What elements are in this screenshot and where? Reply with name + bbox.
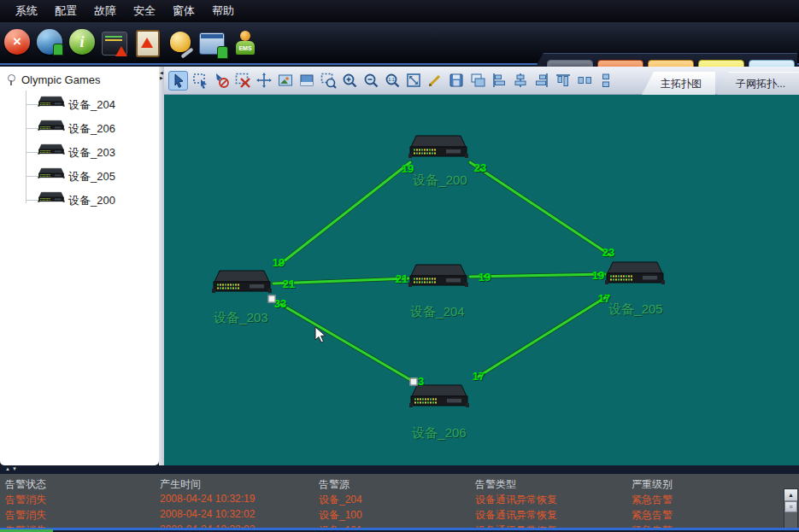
align-center-icon[interactable] [510,71,530,91]
splitter-collapse-icon[interactable]: ▲▼ [5,466,19,471]
sidebar-item-设备_205[interactable]: 设备_205 [0,166,159,186]
ems-label: EMS [236,41,255,55]
device-tree-panel: Olympic Games 设备_204 设备_206 设备_203 设备_20… [0,67,159,465]
background-image-icon[interactable] [275,71,295,91]
alarm-cell-status: 告警消失 [5,508,46,523]
port-label: 21 [283,278,295,290]
info-icon[interactable]: i [69,29,97,56]
person-overlay-icon [53,44,63,56]
horizontal-splitter[interactable]: ▲▼ [0,465,799,474]
fit-view-icon[interactable] [403,71,423,91]
topology-device-设备_205[interactable] [604,260,666,286]
menu-item-4[interactable]: 窗体 [164,1,203,21]
distribute-vertical-icon[interactable] [596,71,615,91]
alarm-board-icon[interactable] [134,29,162,56]
port-label: 19 [402,162,414,175]
draw-link-icon[interactable] [425,71,444,91]
tree-root-label: Olympic Games [21,73,100,86]
ems-user-icon[interactable]: EMS [232,29,259,56]
device-tree-label: 设备_205 [68,169,115,184]
align-right-icon[interactable] [532,71,551,91]
zoom-actual-icon[interactable]: 1:1 [382,71,402,91]
topology-device-设备_200[interactable] [408,134,469,160]
sidebar-item-设备_204[interactable]: 设备_204 [0,94,159,114]
tree-root[interactable]: Olympic Games [7,73,100,86]
svg-text:1:1: 1:1 [388,77,395,82]
delete-selection-icon[interactable] [232,71,252,91]
alarm-column-header[interactable]: 告警源 [319,477,350,492]
menu-item-5[interactable]: 帮助 [203,1,243,21]
menu-item-2[interactable]: 故障 [85,1,125,21]
window-bottom-border [0,528,799,530]
cascade-windows-icon[interactable] [467,71,487,91]
move-node-icon[interactable] [254,71,273,91]
device-label: 设备_206 [412,425,466,441]
window-manager-icon[interactable] [199,29,226,56]
alarm-cell-time: 2008-04-24 10:32:19 [160,493,255,505]
topology-device-设备_206[interactable] [408,383,470,409]
tree-connector [26,200,38,201]
menu-item-0[interactable]: 系统 [7,1,46,21]
tab-subnet-topology[interactable]: 子网拓扑... [717,72,799,95]
port-label: 19 [592,269,604,282]
alarm-cell-source: 设备_100 [319,508,362,523]
device-tree-label: 设备_200 [68,193,115,208]
device-tree-label: 设备_203 [68,145,115,161]
scroll-up-icon[interactable]: ▲ [784,489,797,501]
device-label: 设备_203 [214,310,267,326]
link-selection-handle[interactable] [268,295,276,303]
sidebar-item-设备_200[interactable]: 设备_200 [0,190,159,210]
alarm-table: 告警状态产生时间告警源告警类型严重级别 告警消失2008-04-24 10:32… [0,474,799,528]
topology-canvas[interactable]: 设备_200 设备_203 设备_204 设备_205 设备_206191923… [164,95,799,465]
tree-connector [26,176,38,177]
cancel-select-icon[interactable] [211,71,231,91]
device-tree-label: 设备_204 [68,97,115,113]
alarm-column-header[interactable]: 告警类型 [475,477,516,492]
device-label: 设备_205 [608,301,662,318]
alarm-bell-icon[interactable] [167,29,194,56]
alarm-column-header[interactable]: 产生时间 [160,477,201,492]
menu-bar: 系统配置故障安全窗体帮助 [0,0,799,22]
device-icon [38,143,65,159]
topology-toolbar: 1:1 主拓扑图 子网拓扑... [164,67,799,95]
link-selection-handle[interactable] [410,378,418,386]
topology-device-设备_203[interactable] [211,269,273,295]
alarm-cell-severity: 紧急告警 [632,508,673,523]
menu-item-1[interactable]: 配置 [46,1,85,21]
scroll-thumb[interactable]: ≡ [784,501,797,512]
topology-tabs: 主拓扑图 子网拓扑... [642,72,799,94]
topology-globe-icon[interactable] [37,29,64,56]
device-icon [38,167,65,183]
distribute-horizontal-icon[interactable] [574,71,594,91]
sidebar-item-设备_206[interactable]: 设备_206 [0,118,159,138]
align-left-icon[interactable] [489,71,508,91]
port-label: 17 [473,370,485,383]
alarm-cell-type: 设备通讯异常恢复 [475,508,557,523]
alarm-table-scrollbar[interactable]: ▲ ≡ [784,488,798,528]
zoom-out-icon[interactable] [361,71,380,91]
port-label: 17 [598,292,610,305]
alarm-column-header[interactable]: 严重级别 [632,477,673,492]
zoom-area-icon[interactable] [318,71,338,91]
align-top-icon[interactable] [553,71,573,91]
alarm-cell-type: 设备通讯异常恢复 [475,493,557,507]
save-topology-icon[interactable] [446,71,466,91]
topology-device-设备_204[interactable] [408,263,469,289]
sidebar-item-设备_203[interactable]: 设备_203 [0,142,159,162]
show-panel-icon[interactable] [297,71,316,91]
menu-item-3[interactable]: 安全 [125,1,164,21]
close-icon[interactable]: × [4,29,32,56]
port-label: 33 [274,297,286,310]
select-pointer-icon[interactable] [168,71,188,91]
tab-main-topology[interactable]: 主拓扑图 [642,72,715,95]
port-label: 23 [602,246,614,259]
device-tree-label: 设备_206 [68,121,115,137]
alarm-cell-status: 告警消失 [5,493,46,507]
fault-monitor-icon[interactable] [102,29,129,56]
alarm-column-header[interactable]: 告警状态 [5,477,46,492]
port-label: 19 [273,256,285,269]
marquee-select-icon[interactable] [190,71,209,91]
zoom-in-icon[interactable] [339,71,359,91]
port-label: 23 [474,161,486,174]
tree-expander-icon[interactable] [7,74,15,85]
